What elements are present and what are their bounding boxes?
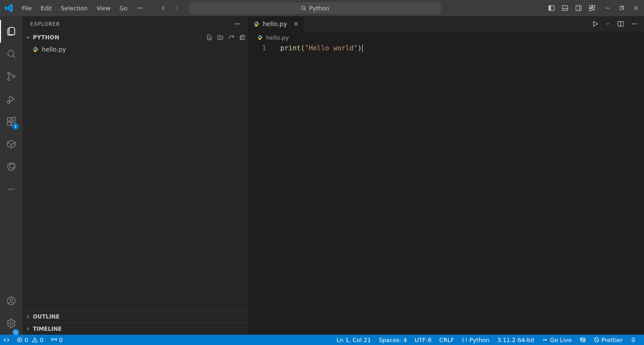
tab-label: hello.py — [263, 20, 287, 27]
status-warnings-count: 0 — [40, 337, 43, 343]
svg-point-40 — [545, 340, 546, 340]
menu-go[interactable]: Go — [116, 4, 131, 13]
status-bar: 0 0 0 Ln 1, Col 21 Spaces: 4 UTF-8 CRLF … — [0, 335, 644, 345]
chevron-down-icon — [25, 34, 31, 40]
refresh-icon[interactable] — [228, 34, 235, 41]
chevron-right-icon — [25, 314, 31, 320]
svg-point-32 — [238, 23, 239, 24]
toggle-secondary-sidebar-icon[interactable] — [575, 5, 582, 12]
svg-rect-5 — [549, 6, 551, 11]
toggle-primary-sidebar-icon[interactable] — [548, 5, 555, 12]
main-menu: File Edit Selection View Go — [18, 4, 147, 13]
section-outline-label: OUTLINE — [33, 313, 60, 320]
status-ports[interactable]: 0 — [47, 335, 66, 345]
section-outline[interactable]: OUTLINE — [23, 310, 248, 322]
split-editor-icon[interactable] — [617, 20, 624, 27]
python-file-icon — [32, 46, 39, 53]
activity-search-icon[interactable] — [0, 43, 23, 65]
status-ports-count: 0 — [59, 337, 62, 343]
svg-point-31 — [236, 23, 237, 24]
sidebar-more-icon[interactable] — [234, 21, 240, 27]
python-file-icon — [257, 34, 263, 40]
search-placeholder-text: Python — [309, 5, 329, 12]
search-icon — [301, 5, 306, 11]
svg-rect-18 — [7, 118, 11, 121]
titlebar: File Edit Selection View Go Python — [0, 0, 644, 16]
command-center-search[interactable]: Python — [189, 3, 441, 14]
svg-point-24 — [11, 189, 12, 190]
tab-hello-py[interactable]: hello.py — [248, 16, 304, 32]
svg-rect-8 — [590, 5, 592, 8]
svg-rect-6 — [562, 6, 568, 11]
activity-containers-icon[interactable] — [0, 133, 23, 155]
status-notifications-icon[interactable] — [627, 335, 640, 345]
activity-settings-gear-icon[interactable] — [0, 312, 23, 335]
menu-more-icon[interactable] — [133, 4, 147, 13]
status-eol[interactable]: CRLF — [436, 335, 458, 345]
run-file-icon[interactable] — [592, 20, 599, 27]
activity-explorer-icon[interactable] — [0, 20, 23, 43]
menu-view[interactable]: View — [93, 4, 114, 13]
vscode-logo-icon — [3, 4, 15, 13]
svg-point-23 — [8, 189, 10, 190]
status-problems[interactable]: 0 0 — [13, 335, 47, 345]
settings-sync-badge-icon — [12, 329, 19, 336]
breadcrumbs[interactable]: hello.py — [248, 32, 644, 43]
svg-point-25 — [13, 189, 14, 190]
editor-more-icon[interactable] — [631, 21, 638, 27]
folder-header[interactable]: PYTHON — [23, 32, 248, 43]
customize-layout-icon[interactable] — [589, 5, 596, 12]
activity-source-control-icon[interactable] — [0, 65, 23, 88]
new-file-icon[interactable] — [206, 34, 213, 41]
run-dropdown-icon[interactable] — [606, 22, 610, 26]
activity-github-icon[interactable] — [0, 155, 23, 178]
nav-back-icon[interactable] — [160, 5, 167, 12]
status-indentation[interactable]: Spaces: 4 — [375, 335, 411, 345]
menu-edit[interactable]: Edit — [37, 4, 56, 13]
folder-name: PYTHON — [33, 34, 59, 41]
collapse-all-icon[interactable] — [239, 34, 245, 41]
activity-more-icon[interactable] — [0, 178, 23, 201]
menu-selection[interactable]: Selection — [57, 4, 91, 13]
remote-indicator-icon[interactable] — [0, 335, 13, 345]
warning-icon — [32, 337, 38, 343]
svg-point-39 — [53, 339, 54, 340]
toggle-panel-icon[interactable] — [562, 5, 569, 12]
svg-rect-21 — [12, 117, 15, 120]
code-line[interactable]: print("Hello world") — [280, 43, 644, 53]
svg-rect-19 — [7, 122, 11, 125]
status-errors-count: 0 — [24, 337, 28, 343]
status-go-live[interactable]: Go Live — [538, 335, 575, 345]
python-file-icon — [253, 21, 260, 27]
file-row-hello-py[interactable]: hello.py — [23, 44, 248, 54]
status-encoding[interactable]: UTF-8 — [411, 335, 435, 345]
block-icon — [594, 337, 600, 343]
status-copilot-icon[interactable] — [576, 335, 590, 345]
svg-point-3 — [302, 6, 305, 10]
svg-point-0 — [137, 7, 138, 8]
window-minimize-icon[interactable] — [605, 6, 610, 10]
section-timeline[interactable]: TIMELINE — [23, 322, 248, 335]
activity-run-debug-icon[interactable] — [0, 88, 23, 110]
menu-file[interactable]: File — [18, 4, 35, 13]
status-language-mode[interactable]: Python — [458, 335, 493, 345]
sidebar-title: EXPLORER — [30, 21, 60, 27]
svg-rect-7 — [576, 6, 582, 11]
window-maximize-icon[interactable] — [620, 6, 624, 10]
svg-point-30 — [235, 23, 236, 24]
nav-forward-icon[interactable] — [173, 5, 180, 12]
new-folder-icon[interactable] — [217, 34, 224, 41]
status-prettier[interactable]: Prettier — [590, 335, 627, 345]
svg-point-37 — [636, 23, 637, 24]
tab-close-icon[interactable] — [293, 21, 299, 26]
svg-rect-11 — [593, 9, 594, 10]
activity-bar: 1 — [0, 16, 23, 335]
activity-extensions-icon[interactable]: 1 — [0, 110, 23, 133]
activity-accounts-icon[interactable] — [0, 290, 23, 312]
radio-tower-icon — [51, 337, 57, 343]
svg-rect-10 — [590, 8, 592, 11]
code-editor[interactable]: 1 print("Hello world") — [248, 43, 644, 335]
status-cursor-position[interactable]: Ln 1, Col 21 — [332, 335, 375, 345]
window-close-icon[interactable] — [634, 6, 638, 10]
status-python-interpreter[interactable]: 3.11.2 64-bit — [493, 335, 538, 345]
